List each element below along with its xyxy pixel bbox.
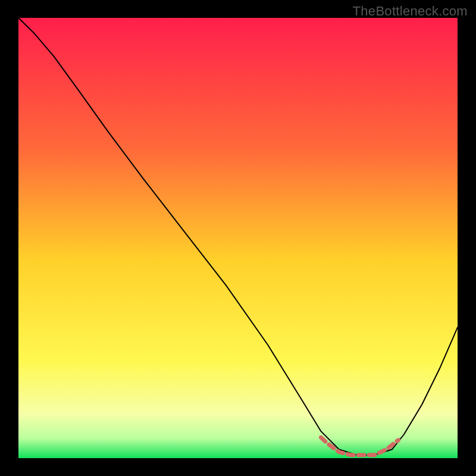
chart-frame: TheBottleneck.com	[0, 0, 476, 476]
chart-svg	[0, 0, 476, 476]
gradient-bg	[18, 18, 458, 458]
